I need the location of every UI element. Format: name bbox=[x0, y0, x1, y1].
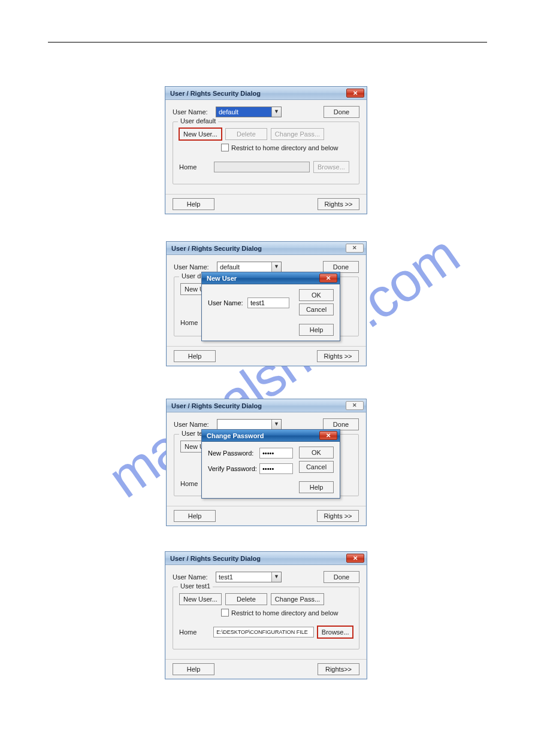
cancel-button[interactable]: Cancel bbox=[299, 461, 334, 473]
titlebar: User / Rights Security Dialog ✕ bbox=[167, 399, 366, 412]
titlebar: Change Password ✕ bbox=[202, 430, 340, 442]
help-button[interactable]: Help bbox=[299, 324, 334, 336]
chevron-down-icon[interactable]: ▼ bbox=[271, 107, 281, 117]
close-icon[interactable]: ✕ bbox=[346, 401, 364, 410]
dialog-user-rights-3: User / Rights Security Dialog ✕ User Nam… bbox=[166, 399, 367, 526]
group-label: User default bbox=[178, 117, 218, 125]
change-password-subdialog: Change Password ✕ New Password: ••••• Ve… bbox=[201, 429, 340, 499]
close-icon[interactable]: ✕ bbox=[346, 89, 364, 98]
combo-value: test1 bbox=[216, 572, 271, 582]
close-icon[interactable]: ✕ bbox=[346, 554, 364, 563]
change-pass-button[interactable]: Change Pass... bbox=[271, 593, 324, 605]
horizontal-rule bbox=[48, 42, 487, 42]
chevron-down-icon[interactable]: ▼ bbox=[271, 572, 281, 582]
home-label: Home bbox=[179, 629, 213, 636]
combo-value: default bbox=[217, 262, 271, 272]
new-user-button[interactable]: New User... bbox=[179, 593, 222, 605]
dialog-title: User / Rights Security Dialog bbox=[170, 555, 346, 562]
restrict-checkbox[interactable] bbox=[221, 609, 229, 617]
user-name-label: User Name: bbox=[173, 108, 216, 116]
dialog-title: Change Password bbox=[207, 432, 319, 439]
user-name-label: User Name: bbox=[174, 421, 217, 428]
browse-button[interactable]: Browse... bbox=[318, 626, 353, 638]
dialog-user-rights-2: User / Rights Security Dialog ✕ User Nam… bbox=[166, 241, 367, 366]
combo-value: default bbox=[216, 107, 271, 117]
browse-button: Browse... bbox=[313, 161, 349, 173]
rights-button[interactable]: Rights >> bbox=[317, 350, 359, 362]
user-name-label: User Name: bbox=[174, 263, 217, 271]
close-icon[interactable]: ✕ bbox=[319, 274, 337, 283]
home-field bbox=[214, 162, 310, 172]
done-button[interactable]: Done bbox=[323, 261, 359, 273]
user-name-label: User Name: bbox=[208, 299, 247, 306]
home-label: Home bbox=[179, 163, 214, 171]
done-button[interactable]: Done bbox=[324, 571, 359, 583]
user-name-combo[interactable]: default ▼ bbox=[216, 107, 282, 117]
cancel-button[interactable]: Cancel bbox=[299, 303, 334, 315]
group-label: User test1 bbox=[178, 582, 213, 590]
chevron-down-icon[interactable]: ▼ bbox=[271, 262, 281, 272]
titlebar: New User ✕ bbox=[202, 272, 340, 284]
ok-button[interactable]: OK bbox=[299, 289, 334, 301]
done-button[interactable]: Done bbox=[324, 106, 359, 118]
done-button[interactable]: Done bbox=[323, 418, 359, 430]
rights-button[interactable]: Rights >> bbox=[317, 510, 359, 522]
user-name-label: User Name: bbox=[173, 573, 216, 581]
restrict-label: Restrict to home directory and below bbox=[231, 609, 338, 617]
restrict-checkbox[interactable] bbox=[221, 144, 229, 151]
chevron-down-icon[interactable]: ▼ bbox=[271, 420, 281, 429]
change-pass-button: Change Pass... bbox=[271, 128, 324, 140]
combo-value bbox=[217, 420, 271, 429]
titlebar: User / Rights Security Dialog ✕ bbox=[167, 242, 366, 255]
close-icon[interactable]: ✕ bbox=[346, 244, 364, 253]
user-name-field[interactable]: test1 bbox=[247, 297, 289, 308]
dialog-title: User / Rights Security Dialog bbox=[171, 245, 346, 252]
new-password-label: New Password: bbox=[208, 450, 259, 457]
home-field[interactable]: E:\DESKTOP\CONFIGURATION FILE bbox=[213, 627, 314, 637]
dialog-user-rights-1: User / Rights Security Dialog ✕ User Nam… bbox=[165, 86, 367, 214]
delete-button[interactable]: Delete bbox=[225, 593, 267, 605]
help-button[interactable]: Help bbox=[173, 198, 214, 210]
dialog-title: User / Rights Security Dialog bbox=[170, 90, 346, 97]
user-name-combo[interactable]: default ▼ bbox=[217, 262, 282, 272]
rights-button[interactable]: Rights >> bbox=[318, 198, 359, 210]
dialog-title: New User bbox=[207, 275, 319, 282]
new-user-subdialog: New User ✕ User Name: test1 OK Cancel He… bbox=[201, 272, 340, 341]
dialog-title: User / Rights Security Dialog bbox=[171, 402, 346, 409]
verify-password-field[interactable]: ••••• bbox=[259, 463, 293, 474]
rights-button[interactable]: Rights>> bbox=[318, 663, 359, 675]
titlebar: User / Rights Security Dialog ✕ bbox=[165, 552, 367, 565]
restrict-label: Restrict to home directory and below bbox=[231, 144, 338, 151]
user-name-combo[interactable]: test1 ▼ bbox=[216, 572, 282, 582]
new-password-field[interactable]: ••••• bbox=[259, 448, 293, 459]
help-button[interactable]: Help bbox=[299, 481, 334, 493]
new-user-button[interactable]: New User... bbox=[179, 128, 222, 140]
help-button[interactable]: Help bbox=[174, 350, 216, 362]
close-icon[interactable]: ✕ bbox=[319, 431, 337, 440]
verify-password-label: Verify Password: bbox=[208, 465, 259, 472]
help-button[interactable]: Help bbox=[173, 663, 214, 675]
ok-button[interactable]: OK bbox=[299, 447, 334, 459]
titlebar: User / Rights Security Dialog ✕ bbox=[165, 87, 367, 100]
delete-button: Delete bbox=[225, 128, 267, 140]
dialog-user-rights-4: User / Rights Security Dialog ✕ User Nam… bbox=[165, 551, 367, 679]
user-name-combo[interactable]: ▼ bbox=[217, 419, 282, 430]
help-button[interactable]: Help bbox=[174, 510, 216, 522]
